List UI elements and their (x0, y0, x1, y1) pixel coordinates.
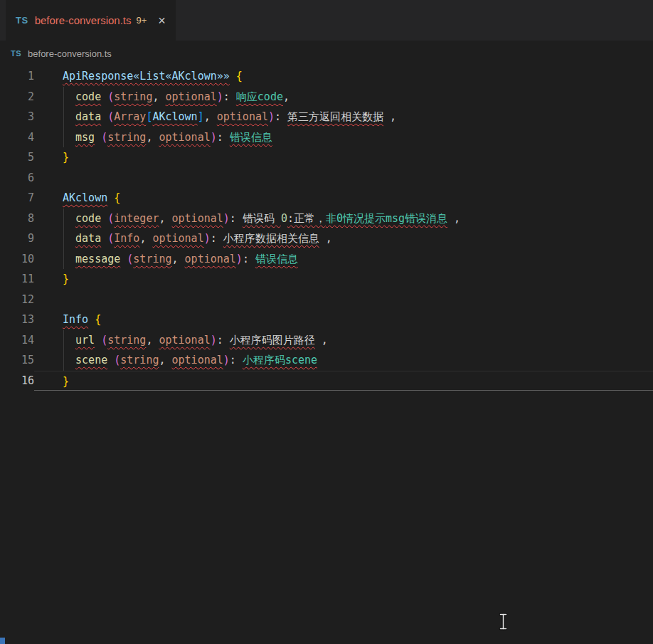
breadcrumb[interactable]: TS before-conversion.ts (0, 41, 653, 66)
tab-before-conversion[interactable]: TS before-conversion.ts 9+ × (6, 0, 176, 41)
line-number: 11 (0, 269, 34, 290)
code-line[interactable]: 10 message (string, optional): 错误信息 (0, 249, 653, 270)
vscode-window: TS before-conversion.ts 9+ × TS before-c… (0, 0, 653, 391)
code-line[interactable]: 12 (0, 290, 653, 310)
code-line[interactable]: 6 (0, 168, 653, 189)
indent-guide (63, 228, 64, 249)
breadcrumb-filename: before-conversion.ts (28, 48, 112, 59)
code-line[interactable]: 8 code (integer, optional): 错误码 0:正常，非0情… (0, 208, 653, 229)
code-line[interactable]: 13Info { (0, 310, 653, 330)
line-number: 12 (0, 290, 34, 310)
indent-guide (63, 249, 64, 270)
code-line[interactable]: 11} (0, 269, 653, 290)
code-text: message (string, optional): 错误信息 (34, 249, 653, 270)
problems-count-badge: 9+ (137, 15, 147, 26)
typescript-file-icon: TS (16, 15, 28, 26)
code-line[interactable]: 1ApiResponse«List«AKclown»» { (0, 66, 653, 87)
code-line[interactable]: 15 scene (string, optional): 小程序码scene (0, 350, 653, 371)
line-number: 13 (0, 310, 34, 330)
line-number: 14 (0, 330, 34, 351)
code-text: ApiResponse«List«AKclown»» { (34, 66, 653, 87)
code-editor[interactable]: 1ApiResponse«List«AKclown»» {2 code (str… (0, 66, 653, 391)
code-text (34, 290, 653, 310)
code-text: url (string, optional): 小程序码图片路径 , (34, 330, 653, 351)
line-number: 10 (0, 249, 34, 270)
line-number: 4 (0, 127, 34, 148)
indent-guide (63, 107, 64, 127)
code-text: } (34, 269, 653, 290)
status-bar-corner (0, 638, 5, 644)
indent-guide (63, 330, 64, 351)
code-text (34, 168, 653, 189)
code-line[interactable]: 2 code (string, optional): 响应code, (0, 87, 653, 107)
line-number: 8 (0, 208, 34, 229)
code-lines: 1ApiResponse«List«AKclown»» {2 code (str… (0, 66, 653, 391)
code-line[interactable]: 3 data (Array[AKclown], optional): 第三方返回… (0, 107, 653, 127)
line-number: 9 (0, 228, 34, 249)
indent-guide (63, 87, 64, 107)
code-line[interactable]: 14 url (string, optional): 小程序码图片路径 , (0, 330, 653, 351)
line-number: 7 (0, 188, 34, 208)
code-text: } (34, 147, 653, 168)
code-text: msg (string, optional): 错误信息 (34, 127, 653, 148)
close-tab-icon[interactable]: × (158, 14, 166, 27)
line-number: 1 (0, 66, 34, 87)
code-text: data (Info, optional): 小程序数据相关信息 , (34, 228, 653, 249)
line-number: 5 (0, 147, 34, 168)
code-line[interactable]: 16} (0, 371, 653, 391)
tab-title: before-conversion.ts (35, 14, 132, 26)
code-line[interactable]: 7AKclown { (0, 188, 653, 208)
tab-bar: TS before-conversion.ts 9+ × (0, 0, 653, 41)
code-text: data (Array[AKclown], optional): 第三方返回相关… (34, 107, 653, 127)
code-text: code (string, optional): 响应code, (34, 87, 653, 107)
code-text: } (34, 371, 653, 391)
line-number: 2 (0, 87, 34, 107)
code-text: Info { (34, 310, 653, 330)
code-line[interactable]: 9 data (Info, optional): 小程序数据相关信息 , (0, 228, 653, 249)
indent-guide (63, 208, 64, 229)
typescript-file-icon: TS (11, 49, 21, 58)
indent-guide (63, 127, 64, 148)
code-text: code (integer, optional): 错误码 0:正常，非0情况提… (34, 208, 653, 229)
ibeam-cursor (498, 613, 509, 630)
code-line[interactable]: 4 msg (string, optional): 错误信息 (0, 127, 653, 148)
code-line[interactable]: 5} (0, 147, 653, 168)
line-number: 6 (0, 168, 34, 189)
line-number: 15 (0, 350, 34, 371)
indent-guide (63, 350, 64, 371)
code-text: AKclown { (34, 188, 653, 208)
line-number: 3 (0, 107, 34, 127)
code-text: scene (string, optional): 小程序码scene (34, 350, 653, 371)
line-number: 16 (0, 371, 34, 391)
